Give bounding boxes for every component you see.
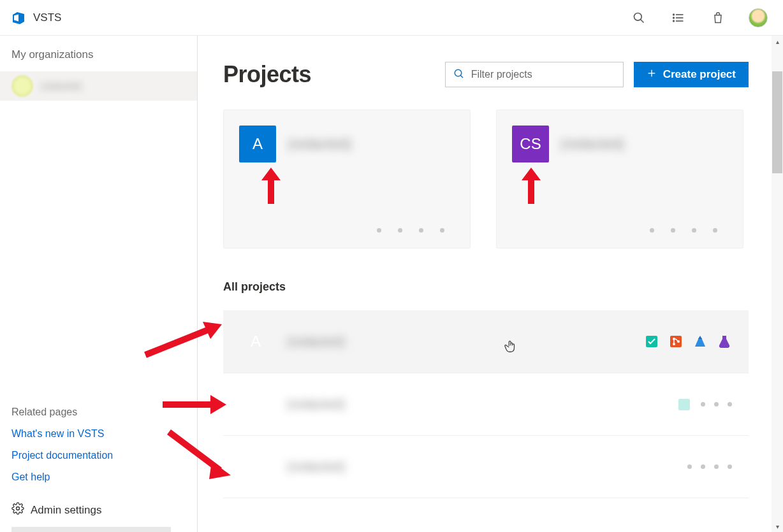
project-tile: A [237, 323, 274, 360]
project-name: (redacted) [287, 334, 345, 349]
link-project-docs[interactable]: Project documentation [11, 450, 197, 461]
project-tile: A [239, 126, 276, 162]
link-whats-new[interactable]: What's new in VSTS [11, 428, 197, 440]
svg-point-5 [673, 14, 675, 15]
repos-icon[interactable] [668, 334, 684, 349]
project-name: (redacted) [287, 459, 345, 474]
create-project-button[interactable]: Create project [634, 62, 749, 87]
svg-rect-14 [670, 336, 682, 347]
card-indicator-dots [650, 228, 717, 233]
org-avatar-icon [11, 75, 33, 97]
featured-project-card[interactable]: CS (redacted) [496, 110, 743, 248]
svg-line-1 [641, 19, 644, 22]
topbar: VSTS [0, 0, 783, 36]
service-dot [701, 464, 705, 469]
related-pages-heading: Related pages [11, 406, 197, 418]
org-row[interactable]: (redacted) [0, 71, 197, 101]
project-tile [237, 498, 274, 511]
project-name: (redacted) [560, 136, 624, 152]
main: ▴ ▾ Projects [198, 36, 783, 532]
svg-rect-18 [678, 399, 690, 410]
vsts-logo-icon[interactable] [10, 10, 27, 26]
service-dot [701, 402, 705, 406]
featured-projects-row: A (redacted) CS (redacted) [223, 110, 749, 248]
service-dot [728, 402, 732, 406]
svg-point-0 [634, 13, 642, 20]
plus-icon [647, 68, 657, 82]
search-icon [453, 68, 465, 82]
project-name: (redacted) [287, 397, 345, 412]
shopping-bag-icon[interactable] [709, 9, 727, 27]
project-name: (redacted) [288, 136, 351, 152]
scrollbar-thumb[interactable] [772, 71, 782, 173]
boards-icon[interactable] [677, 397, 692, 412]
scroll-up-icon[interactable]: ▴ [772, 36, 783, 47]
pipelines-icon[interactable] [692, 334, 708, 349]
test-plans-icon[interactable] [717, 334, 732, 349]
brand-label: VSTS [33, 11, 61, 24]
boards-icon[interactable] [644, 334, 659, 349]
filter-projects-box[interactable] [445, 62, 624, 87]
page-title: Projects [223, 61, 311, 88]
featured-project-card[interactable]: A (redacted) [223, 110, 471, 248]
service-dot [687, 464, 692, 469]
admin-settings[interactable]: Admin settings [11, 493, 197, 527]
user-avatar[interactable] [749, 8, 768, 27]
project-tile: B [237, 449, 274, 485]
all-projects-heading: All projects [223, 280, 749, 294]
sidebar: My organizations (redacted) Related page… [0, 36, 198, 532]
svg-line-10 [460, 75, 463, 78]
org-name: (redacted) [41, 81, 82, 91]
project-tile: A [237, 386, 274, 423]
sidebar-heading: My organizations [11, 48, 197, 71]
project-tile: CS [512, 126, 549, 162]
project-row[interactable] [223, 498, 749, 523]
scrollbar-track[interactable]: ▴ ▾ [772, 36, 783, 532]
service-dot [714, 402, 719, 406]
scroll-down-icon[interactable]: ▾ [772, 521, 783, 532]
svg-point-9 [455, 69, 462, 76]
link-get-help[interactable]: Get help [11, 471, 197, 483]
svg-point-6 [673, 17, 675, 18]
project-row[interactable]: B (redacted) [223, 435, 749, 498]
svg-point-16 [673, 343, 675, 345]
svg-point-15 [673, 338, 675, 340]
gear-icon [11, 502, 24, 518]
service-dot [728, 464, 732, 469]
create-project-label: Create project [663, 68, 736, 81]
list-icon[interactable] [670, 9, 687, 27]
service-dot [714, 464, 719, 469]
search-icon[interactable] [630, 9, 648, 27]
svg-point-8 [17, 507, 20, 510]
admin-settings-label: Admin settings [31, 504, 102, 517]
all-projects-list: A (redacted) A (redacted) [223, 310, 749, 523]
filter-projects-input[interactable] [471, 69, 615, 80]
project-row[interactable]: A (redacted) [223, 310, 749, 373]
svg-point-7 [673, 20, 675, 22]
status-strip [11, 527, 171, 532]
project-row[interactable]: A (redacted) [223, 373, 749, 435]
card-indicator-dots [377, 228, 444, 233]
